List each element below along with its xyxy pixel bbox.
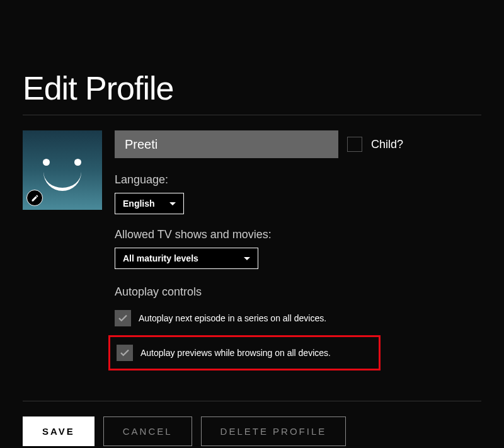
delete-profile-button[interactable]: DELETE PROFILE (201, 416, 346, 446)
language-label: Language: (115, 173, 481, 187)
caret-down-icon (244, 257, 250, 260)
profile-name-input[interactable] (115, 130, 338, 158)
autoplay-next-episode-label: Autoplay next episode in a series on all… (139, 313, 326, 323)
page-title: Edit Profile (23, 69, 481, 107)
child-label: Child? (371, 138, 403, 151)
maturity-dropdown[interactable]: All maturity levels (115, 248, 258, 269)
pencil-icon (31, 194, 39, 202)
language-dropdown[interactable]: English (115, 193, 184, 214)
checkmark-icon (117, 313, 129, 324)
checkmark-icon (119, 347, 130, 359)
language-value: English (123, 198, 155, 209)
caret-down-icon (169, 202, 176, 205)
child-checkbox[interactable] (347, 137, 362, 152)
autoplay-next-episode-row: Autoplay next episode in a series on all… (115, 305, 481, 331)
cancel-button[interactable]: CANCEL (103, 416, 192, 446)
autoplay-next-episode-checkbox[interactable] (115, 310, 131, 326)
autoplay-previews-checkbox[interactable] (117, 345, 133, 361)
avatar-container (23, 130, 102, 210)
autoplay-previews-label: Autoplay previews while browsing on all … (140, 348, 331, 358)
save-button[interactable]: SAVE (23, 416, 94, 446)
autoplay-previews-row: Autoplay previews while browsing on all … (117, 345, 372, 361)
maturity-label: Allowed TV shows and movies: (115, 228, 481, 241)
autoplay-label: Autoplay controls (115, 285, 481, 299)
edit-avatar-button[interactable] (26, 190, 43, 206)
divider (23, 115, 481, 115)
highlighted-option: Autoplay previews while browsing on all … (108, 335, 381, 370)
maturity-value: All maturity levels (123, 253, 198, 263)
